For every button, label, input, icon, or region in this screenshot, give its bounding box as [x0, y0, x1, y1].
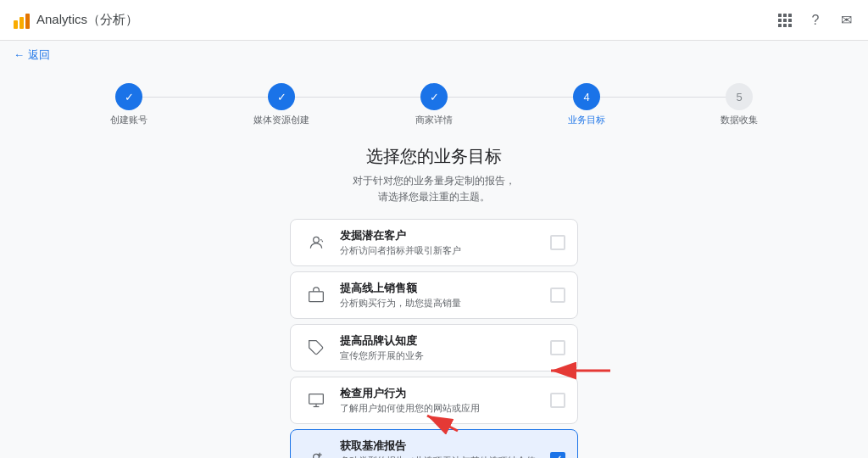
leads-title: 发掘潜在客户	[340, 228, 540, 243]
step-circle-3: ✓	[420, 83, 448, 110]
step-label-4: 业务目标	[568, 114, 605, 126]
step-label-5: 数据收集	[721, 114, 758, 126]
step-circle-5: 5	[726, 83, 753, 110]
behavior-icon	[303, 387, 330, 414]
baseline-text: 获取基准报告 多种类型的报告（此选项无法与其他选项结合使用）	[340, 438, 540, 458]
baseline-desc: 多种类型的报告（此选项无法与其他选项结合使用）	[340, 455, 540, 458]
analytics-logo	[14, 12, 30, 29]
svg-rect-1	[309, 292, 324, 302]
header-right: ? ✉	[776, 12, 854, 29]
brand-checkbox[interactable]	[550, 340, 565, 355]
page-title: 选择您的业务目标	[366, 145, 502, 168]
behavior-checkbox[interactable]	[550, 393, 565, 408]
option-baseline[interactable]: 获取基准报告 多种类型的报告（此选项无法与其他选项结合使用）	[290, 429, 578, 458]
step-4: 4 业务目标	[510, 83, 663, 126]
leads-checkbox[interactable]	[550, 235, 565, 250]
option-sales[interactable]: 提高线上销售额 分析购买行为，助您提高销量	[290, 271, 578, 319]
brand-icon	[303, 334, 330, 361]
step-2: ✓ 媒体资源创建	[205, 83, 358, 126]
step-circle-2: ✓	[268, 83, 295, 110]
step-label-2: 媒体资源创建	[253, 114, 309, 126]
subtitle-line2: 请选择您最注重的主题。	[378, 191, 490, 203]
svg-point-0	[314, 237, 320, 243]
brand-title: 提高品牌认知度	[340, 333, 540, 349]
step-label-1: 创建账号	[110, 114, 147, 126]
step-circle-1: ✓	[115, 83, 142, 110]
step-1: ✓ 创建账号	[53, 83, 205, 126]
subtitle-line1: 对于针对您的业务量身定制的报告，	[353, 175, 515, 187]
leads-desc: 分析访问者指标并吸引新客户	[340, 244, 540, 257]
sales-text: 提高线上销售额 分析购买行为，助您提高销量	[340, 281, 540, 310]
behavior-desc: 了解用户如何使用您的网站或应用	[340, 402, 540, 415]
header: Analytics（分析） ? ✉	[0, 0, 868, 41]
main-content: 选择您的业务目标 对于针对您的业务量身定制的报告， 请选择您最注重的主题。 发掘…	[0, 137, 868, 458]
help-icon[interactable]: ?	[807, 12, 824, 29]
behavior-title: 检查用户行为	[340, 386, 540, 401]
header-title: Analytics（分析）	[36, 12, 138, 28]
back-link[interactable]: ← 返回	[0, 41, 868, 70]
sales-icon	[303, 282, 330, 309]
mail-icon[interactable]: ✉	[837, 12, 854, 29]
baseline-title: 获取基准报告	[340, 438, 540, 454]
grid-icon[interactable]	[776, 12, 793, 29]
option-behavior[interactable]: 检查用户行为 了解用户如何使用您的网站或应用	[290, 377, 578, 424]
brand-text: 提高品牌认知度 宣传您所开展的业务	[340, 333, 540, 362]
step-label-3: 商家详情	[415, 114, 453, 126]
header-left: Analytics（分析）	[14, 12, 138, 29]
step-5: 5 数据收集	[663, 83, 815, 126]
baseline-checkbox[interactable]	[550, 452, 565, 458]
brand-desc: 宣传您所开展的业务	[340, 349, 540, 362]
leads-text: 发掘潜在客户 分析访问者指标并吸引新客户	[340, 228, 540, 257]
leads-icon	[303, 229, 330, 256]
step-3: ✓ 商家详情	[358, 83, 510, 126]
baseline-icon	[303, 446, 330, 458]
svg-rect-3	[309, 394, 324, 405]
step-circle-4: 4	[573, 83, 600, 110]
behavior-text: 检查用户行为 了解用户如何使用您的网站或应用	[340, 386, 540, 415]
sales-title: 提高线上销售额	[340, 281, 540, 296]
sales-checkbox[interactable]	[550, 288, 565, 303]
stepper: ✓ 创建账号 ✓ 媒体资源创建 ✓ 商家详情 4 业务目标 5 数据收集	[0, 70, 868, 137]
option-brand[interactable]: 提高品牌认知度 宣传您所开展的业务	[290, 324, 578, 371]
sales-desc: 分析购买行为，助您提高销量	[340, 297, 540, 310]
options-list: 发掘潜在客户 分析访问者指标并吸引新客户 提高线上销售额 分析购买行为，助您提高…	[290, 219, 578, 458]
page-subtitle: 对于针对您的业务量身定制的报告， 请选择您最注重的主题。	[353, 173, 515, 205]
option-leads[interactable]: 发掘潜在客户 分析访问者指标并吸引新客户	[290, 219, 578, 266]
